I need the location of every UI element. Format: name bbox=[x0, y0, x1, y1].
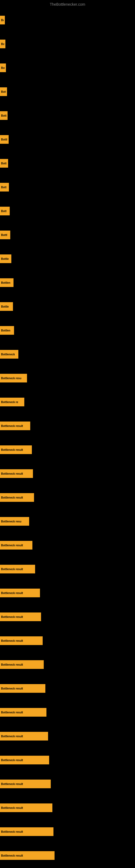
bar-label: Bottleneck re bbox=[1, 401, 18, 404]
result-bar: Bottleneck result bbox=[0, 780, 51, 788]
bar-row: Bottleneck result bbox=[0, 772, 135, 796]
result-bar: Bottleneck result bbox=[0, 469, 33, 478]
bar-label: Bottleneck resu bbox=[1, 520, 21, 523]
result-bar: Bott bbox=[0, 159, 8, 167]
result-bar: Bot bbox=[0, 63, 6, 72]
bar-label: Bottleneck result bbox=[1, 425, 23, 428]
bar-label: Bottleneck result bbox=[1, 568, 23, 571]
bar-label: Bottlen bbox=[1, 329, 10, 332]
bar-row: Bottlen bbox=[0, 271, 135, 294]
result-bar: Bo bbox=[0, 40, 5, 48]
bar-row: Bot bbox=[0, 56, 135, 80]
bar-row: Bottle bbox=[0, 247, 135, 271]
result-bar: Bottleneck result bbox=[0, 732, 48, 741]
bar-row: Bott bbox=[0, 199, 135, 223]
bar-label: Bottleneck resu bbox=[1, 377, 21, 380]
bar-row: Bottlen bbox=[0, 318, 135, 342]
bar-row: Bottleneck result bbox=[0, 629, 135, 653]
bar-label: Bottleneck result bbox=[1, 592, 23, 595]
result-bar: Bo bbox=[0, 16, 5, 24]
bar-label: Bo bbox=[1, 42, 4, 45]
bar-row: Bottleneck result bbox=[0, 844, 135, 867]
result-bar: Bottleneck result bbox=[0, 827, 53, 836]
result-bar: Bottleneck result bbox=[0, 637, 43, 645]
bar-label: Bott bbox=[1, 162, 6, 165]
result-bar: Bottleneck result bbox=[0, 851, 54, 860]
bar-row: Bottleneck bbox=[0, 342, 135, 366]
result-bar: Bottleneck result bbox=[0, 660, 44, 669]
result-bar: Bott bbox=[0, 183, 9, 191]
result-bar: Bott bbox=[0, 207, 10, 215]
bar-row: Bottleneck result bbox=[0, 724, 135, 748]
bar-label: Bottlen bbox=[1, 281, 10, 284]
bar-label: Bottleneck result bbox=[1, 639, 23, 642]
result-bar: Bottleneck result bbox=[0, 756, 49, 764]
bar-label: Bo bbox=[1, 19, 4, 22]
bar-row: Bottleneck resu bbox=[0, 366, 135, 390]
bar-label: Bottleneck result bbox=[1, 759, 23, 762]
result-bar: Bottleneck re bbox=[0, 398, 24, 406]
bar-row: Bottleneck result bbox=[0, 653, 135, 677]
bar-row: Bo bbox=[0, 32, 135, 56]
bar-row: Bottl bbox=[0, 223, 135, 247]
bar-row: Bottleneck result bbox=[0, 557, 135, 581]
result-bar: Bott bbox=[0, 111, 8, 120]
bar-label: Bot bbox=[1, 66, 5, 69]
bar-label: Bott bbox=[1, 90, 6, 93]
bar-label: Bott bbox=[1, 114, 6, 117]
result-bar: Bott bbox=[0, 87, 7, 96]
result-bar: Bottleneck result bbox=[0, 613, 41, 621]
bar-row: Bottl bbox=[0, 127, 135, 151]
bar-row: Bottleneck re bbox=[0, 390, 135, 414]
bar-row: Bottleneck result bbox=[0, 677, 135, 701]
site-title: TheBottlenecker.com bbox=[0, 0, 135, 8]
result-bar: Bottle bbox=[0, 254, 11, 263]
bar-label: Bottle bbox=[1, 257, 9, 260]
bar-label: Bottleneck result bbox=[1, 806, 23, 809]
result-bar: Bottl bbox=[0, 230, 10, 239]
result-bar: Bottleneck result bbox=[0, 708, 46, 717]
result-bar: Bottle bbox=[0, 302, 13, 311]
bar-row: Bottleneck result bbox=[0, 581, 135, 605]
result-bar: Bottleneck result bbox=[0, 684, 45, 693]
bar-row: Bottleneck result bbox=[0, 701, 135, 724]
bar-row: Bottleneck result bbox=[0, 414, 135, 438]
bar-row: Bottle bbox=[0, 294, 135, 318]
bar-row: Bottleneck result bbox=[0, 748, 135, 772]
bar-row: Bottleneck result bbox=[0, 438, 135, 462]
bar-label: Bottleneck result bbox=[1, 496, 23, 499]
result-bar: Bottleneck result bbox=[0, 493, 34, 502]
bar-label: Bottleneck result bbox=[1, 782, 23, 785]
bar-row: Bott bbox=[0, 151, 135, 175]
bar-label: Bottleneck result bbox=[1, 448, 23, 452]
bar-label: Bottleneck result bbox=[1, 830, 23, 833]
bar-row: Bottleneck result bbox=[0, 462, 135, 486]
result-bar: Bottleneck bbox=[0, 350, 18, 359]
bar-label: Bottl bbox=[1, 138, 7, 141]
bar-label: Bottleneck result bbox=[1, 472, 23, 475]
bar-label: Bottleneck result bbox=[1, 663, 23, 666]
bar-label: Bottleneck result bbox=[1, 711, 23, 714]
bar-row: Bottleneck result bbox=[0, 533, 135, 557]
bar-label: Bottleneck result bbox=[1, 687, 23, 690]
bar-row: Bottleneck resu bbox=[0, 509, 135, 533]
bar-row: Bottleneck result bbox=[0, 796, 135, 820]
bar-row: Bott bbox=[0, 104, 135, 127]
bar-row: Bo bbox=[0, 8, 135, 32]
bar-label: Bottleneck result bbox=[1, 616, 23, 618]
bar-label: Bottleneck result bbox=[1, 854, 23, 857]
result-bar: Bottleneck result bbox=[0, 422, 30, 430]
result-bar: Bottleneck result bbox=[0, 589, 40, 597]
bar-label: Bott bbox=[1, 210, 6, 213]
result-bar: Bottleneck result bbox=[0, 541, 32, 550]
bar-row: Bottleneck result bbox=[0, 486, 135, 509]
bar-label: Bott bbox=[1, 186, 6, 189]
bars-container: BoBoBotBottBottBottlBottBottBottBottlBot… bbox=[0, 8, 135, 867]
result-bar: Bottleneck resu bbox=[0, 517, 29, 526]
bar-row: Bottleneck result bbox=[0, 605, 135, 629]
bar-row: Bottleneck result bbox=[0, 820, 135, 844]
result-bar: Bottleneck result bbox=[0, 565, 35, 574]
bar-row: Bott bbox=[0, 175, 135, 199]
bar-label: Bottl bbox=[1, 234, 7, 237]
result-bar: Bottleneck resu bbox=[0, 374, 27, 382]
